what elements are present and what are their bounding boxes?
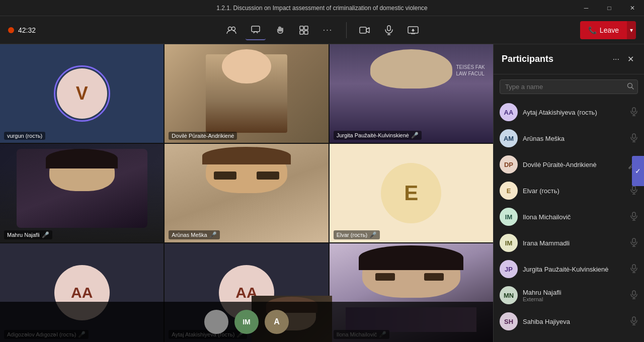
participants-panel: Participants ··· ✕ AA Aytaj Atakishiyeva…: [493, 44, 644, 342]
video-cell-vurgun[interactable]: V vurgun (гость): [0, 44, 164, 143]
video-cell-dovile[interactable]: Dovilė Pūraitė-Andrikienė: [165, 44, 328, 143]
video-cell-jurgita[interactable]: TEISĖS FAKLAW FACUL Jurgita Paužaitė-Kul…: [330, 44, 493, 143]
search-input[interactable]: [500, 79, 638, 94]
avatar-elvar: E: [381, 163, 441, 223]
participant-item-mahru[interactable]: MN Mahru Najafli External: [494, 282, 644, 308]
panel-header: Participants ··· ✕: [494, 44, 644, 74]
chat-button[interactable]: [246, 20, 266, 40]
call-timer: 42:32: [18, 26, 36, 34]
maximize-button[interactable]: □: [598, 0, 621, 16]
raise-hand-button[interactable]: [270, 20, 290, 40]
participant-info-jurgita: Jurgita Paužaitė-Kulvinskienė: [523, 266, 625, 273]
avatar-ring-vurgun: V: [54, 65, 110, 122]
svg-rect-27: [632, 238, 635, 243]
cell-label-mahru: Mahru Najafli 🎤: [4, 230, 52, 239]
svg-rect-3: [300, 26, 303, 30]
video-feed-arunas: [165, 144, 328, 242]
leave-group: 📞 Leave ▾: [580, 21, 636, 39]
panel-close-button[interactable]: ✕: [625, 52, 636, 66]
toolbar-center: ···: [221, 20, 423, 40]
participant-name-arunas: Arūnas Meška: [523, 135, 625, 142]
participant-mic-aytaj: [630, 107, 638, 118]
toolbar-divider: [346, 22, 347, 38]
panel-title: Participants: [502, 54, 553, 64]
participant-name-aytaj: Aytaj Atakishiyeva (гость): [523, 109, 625, 116]
more-options-button[interactable]: ···: [318, 20, 338, 40]
cell-label-dovile: Dovilė Pūraitė-Andrikienė: [169, 132, 237, 140]
timer-section: 42:32: [8, 26, 221, 34]
search-box: [500, 79, 638, 94]
video-feed-dovile: [165, 44, 328, 143]
participants-button[interactable]: [221, 20, 242, 40]
minimize-button[interactable]: ─: [575, 0, 598, 16]
cell-label-vurgun: vurgun (гость): [4, 132, 45, 140]
bottom-avatar-im[interactable]: IM: [234, 310, 259, 334]
leave-caret-button[interactable]: ▾: [627, 21, 636, 39]
svg-rect-30: [632, 265, 635, 269]
participant-item-jurgita[interactable]: JP Jurgita Paužaitė-Kulvinskienė: [494, 256, 644, 282]
video-cell-mahru[interactable]: Mahru Najafli 🎤: [0, 144, 164, 242]
participant-avatar-jurgita: JP: [500, 260, 518, 278]
participant-item-sahiba[interactable]: SH Sahiba Hajiyeva: [494, 308, 644, 334]
participant-avatar-irana: IM: [500, 234, 518, 252]
window-controls: ─ □ ✕: [575, 0, 644, 16]
participant-item-elvar[interactable]: E Elvar (гость): [494, 178, 644, 204]
participant-name-irana: Irana Mammadli: [523, 239, 625, 247]
vu-logo-text: TEISĖS FAKLAW FACUL: [456, 64, 485, 77]
participant-info-irana: Irana Mammadli: [523, 239, 625, 247]
participants-list: AA Aytaj Atakishiyeva (гость) AM Arūnas …: [494, 99, 644, 342]
avatar-vurgun: V: [57, 68, 107, 119]
svg-rect-36: [632, 317, 635, 321]
close-button[interactable]: ✕: [621, 0, 644, 16]
svg-rect-18: [632, 134, 635, 138]
panel-more-button[interactable]: ···: [611, 53, 621, 66]
svg-rect-33: [632, 291, 635, 295]
participant-name-sahiba: Sahiba Hajiyeva: [523, 318, 625, 325]
participant-avatar-dovile: DP: [500, 155, 518, 174]
participant-info-arunas: Arūnas Meška: [523, 135, 625, 142]
view-button[interactable]: [294, 20, 314, 40]
leave-button[interactable]: 📞 Leave: [580, 21, 627, 39]
main-content: V vurgun (гость) Dovilė Pūraitė-Andrikie…: [0, 44, 644, 342]
svg-rect-15: [632, 108, 635, 112]
panel-header-actions: ··· ✕: [611, 52, 636, 66]
video-bottom-bar: IM A: [0, 302, 493, 342]
participant-sub-mahru: External: [523, 296, 625, 302]
video-feed-jurgita: TEISĖS FAKLAW FACUL: [330, 44, 493, 143]
participant-name-mahru: Mahru Najafli: [523, 289, 625, 296]
participant-mic-mahru: [630, 290, 638, 301]
participant-item-arunas[interactable]: AM Arūnas Meška: [494, 125, 644, 151]
video-grid: V vurgun (гость) Dovilė Pūraitė-Andrikie…: [0, 44, 493, 342]
participant-mic-irana: [630, 238, 638, 248]
video-feed-mahru: [0, 144, 164, 242]
participant-info-mahru: Mahru Najafli External: [523, 289, 625, 302]
active-indicator: ✓: [632, 156, 644, 186]
camera-button[interactable]: [355, 20, 375, 40]
participant-mic-arunas: [630, 133, 638, 144]
participant-item-irana[interactable]: IM Irana Mammadli: [494, 230, 644, 256]
bottom-avatar-1[interactable]: [204, 310, 228, 334]
svg-line-14: [632, 88, 634, 90]
participant-mic-sahiba: [630, 316, 638, 327]
svg-rect-4: [304, 26, 308, 30]
participant-name-jurgita: Jurgita Paužaitė-Kulvinskienė: [523, 266, 625, 273]
bottom-avatar-a[interactable]: A: [265, 310, 289, 334]
video-cell-arunas[interactable]: Arūnas Meška 🎤: [165, 144, 328, 242]
video-cell-elvar[interactable]: E Elvar (гость) 🎤: [330, 144, 493, 242]
microphone-button[interactable]: [379, 20, 399, 40]
svg-rect-21: [632, 186, 635, 191]
svg-rect-7: [360, 27, 366, 33]
toolbar-right: 📞 Leave ▾: [423, 21, 636, 39]
participant-item-ilona[interactable]: IM Ilona Michailovič: [494, 204, 644, 230]
title-bar: 1.2.1. Discussion on Impact assessment o…: [0, 0, 644, 16]
participant-avatar-mahru: MN: [500, 286, 518, 304]
participant-info-aytaj: Aytaj Atakishiyeva (гость): [523, 109, 625, 116]
participant-mic-ilona: [630, 212, 638, 222]
participant-item-dovile[interactable]: DP Dovilė Pūraitė-Andrikienė 🎤: [494, 151, 644, 178]
participant-avatar-elvar: E: [500, 182, 518, 200]
participant-info-elvar: Elvar (гость): [523, 187, 625, 195]
toolbar: 42:32: [0, 16, 644, 44]
participant-item-aytaj[interactable]: AA Aytaj Atakishiyeva (гость): [494, 99, 644, 125]
svg-rect-2: [252, 26, 260, 32]
share-screen-button[interactable]: [403, 20, 423, 40]
